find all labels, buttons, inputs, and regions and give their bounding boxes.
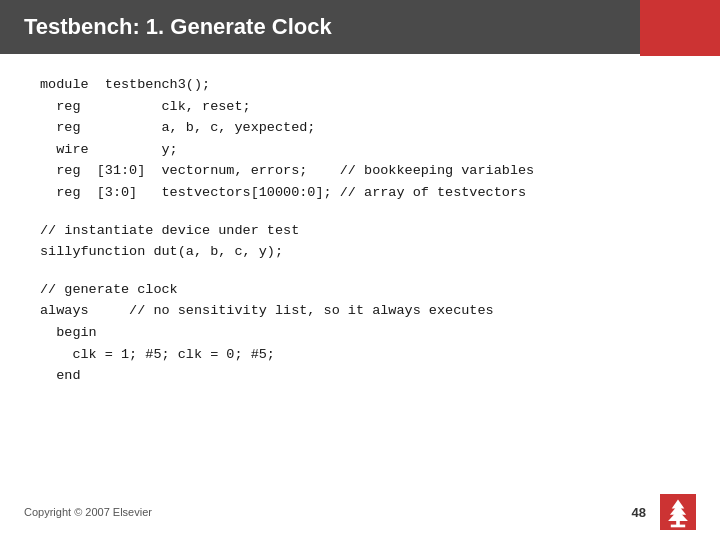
slide-title: Testbench: 1. Generate Clock [24,14,332,40]
copyright-text: Copyright © 2007 Elsevier [24,506,152,518]
slide-footer: Copyright © 2007 Elsevier 48 [0,494,720,530]
code-section-3: // generate clock always // no sensitivi… [40,279,680,387]
page-number: 48 [632,505,646,520]
code-section-1: module testbench3(); reg clk, reset; reg… [40,74,680,204]
slide-content: module testbench3(); reg clk, reset; reg… [0,54,720,413]
slide: Testbench: 1. Generate Clock module test… [0,0,720,540]
code-line-3: // generate clock always // no sensitivi… [40,279,680,387]
slide-header: Testbench: 1. Generate Clock [0,0,720,54]
elsevier-logo [660,494,696,530]
footer-right: 48 [632,494,696,530]
svg-rect-2 [671,525,685,528]
code-section-2: // instantiate device under test sillyfu… [40,220,680,263]
elsevier-logo-svg [660,494,696,530]
header-accent [640,0,720,56]
code-line-2: // instantiate device under test sillyfu… [40,220,680,263]
code-line-1: module testbench3(); reg clk, reset; reg… [40,74,680,204]
